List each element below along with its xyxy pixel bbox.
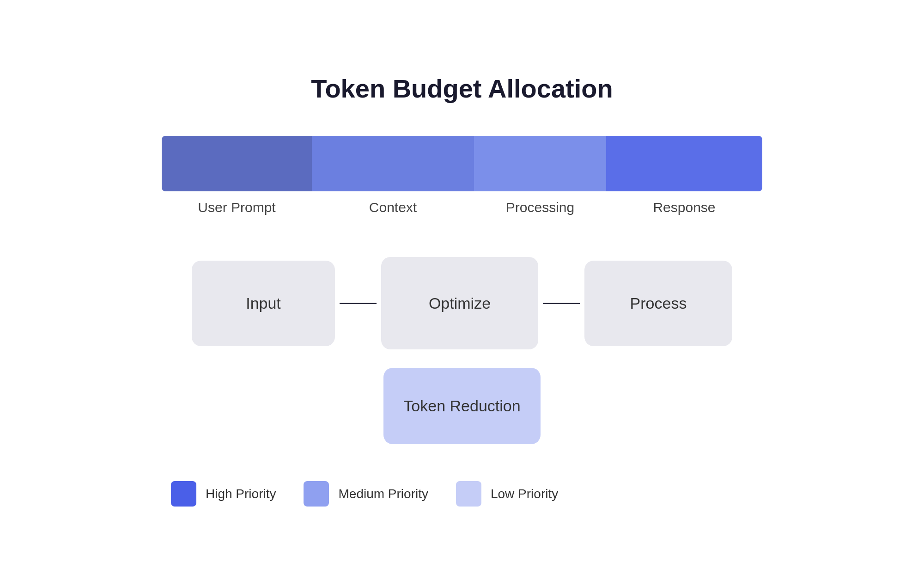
bar-segments xyxy=(162,136,762,191)
flow-node-optimize: Optimize xyxy=(381,257,538,349)
bar-label-user-prompt: User Prompt xyxy=(162,200,312,215)
legend-label-high: High Priority xyxy=(206,487,276,501)
flow-node-token-reduction: Token Reduction xyxy=(383,368,541,444)
legend-swatch-medium xyxy=(304,481,329,507)
page-title: Token Budget Allocation xyxy=(311,73,613,104)
legend-item-high: High Priority xyxy=(171,481,276,507)
legend-item-medium: Medium Priority xyxy=(304,481,428,507)
legend-swatch-low xyxy=(456,481,481,507)
flow-node-input: Input xyxy=(192,261,335,346)
bar-label-response: Response xyxy=(606,200,762,215)
legend-label-medium: Medium Priority xyxy=(338,487,428,501)
bar-segment-processing xyxy=(474,136,606,191)
flow-connector-1 xyxy=(340,303,377,304)
bar-segment-user-prompt xyxy=(162,136,312,191)
bar-segment-context xyxy=(312,136,474,191)
legend: High Priority Medium Priority Low Priori… xyxy=(162,481,762,507)
bar-segment-response xyxy=(606,136,762,191)
bar-labels: User Prompt Context Processing Response xyxy=(162,200,762,215)
legend-swatch-high xyxy=(171,481,196,507)
flow-node-process: Process xyxy=(584,261,732,346)
bar-chart: User Prompt Context Processing Response xyxy=(162,136,762,215)
flow-diagram: Input Optimize Process Token Reduction xyxy=(162,257,762,444)
legend-item-low: Low Priority xyxy=(456,481,558,507)
flow-main-row: Input Optimize Process xyxy=(162,257,762,349)
legend-label-low: Low Priority xyxy=(491,487,558,501)
bar-label-context: Context xyxy=(312,200,474,215)
flow-connector-2 xyxy=(543,303,580,304)
bar-label-processing: Processing xyxy=(474,200,606,215)
